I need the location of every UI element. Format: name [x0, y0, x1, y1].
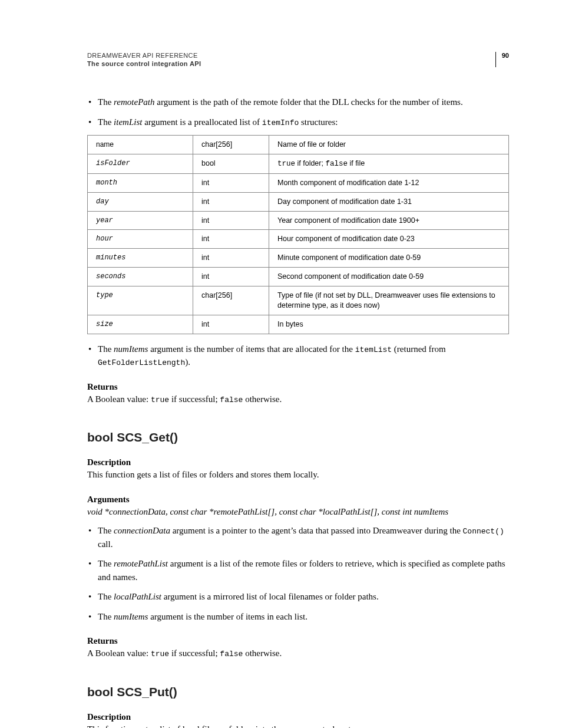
- text: if successful;: [169, 394, 220, 404]
- arg-name: connectionData: [114, 526, 170, 535]
- text: argument is the number of items that are…: [148, 344, 355, 354]
- arguments-signature: void *connectionData, const char *remote…: [87, 506, 509, 518]
- text: argument is a preallocated list of: [142, 117, 262, 127]
- table-row: hourintHour component of modification da…: [88, 230, 509, 249]
- description-text: This function gets a list of files or fo…: [87, 469, 509, 482]
- cell-field-type: int: [193, 315, 269, 334]
- page-header: DREAMWEAVER API REFERENCE The source con…: [87, 52, 509, 67]
- code: true: [151, 396, 169, 404]
- list-item: The remotePath argument is the path of t…: [87, 95, 509, 109]
- cell-field-name: seconds: [88, 268, 193, 286]
- text: ).: [185, 357, 190, 367]
- text: The: [98, 526, 114, 535]
- text: otherwise.: [243, 648, 282, 658]
- code: itemList: [355, 345, 392, 354]
- page-number-wrap: 90: [495, 52, 509, 67]
- description-text: This function puts a list of local files…: [87, 723, 509, 728]
- arg-name: remotePath: [114, 97, 154, 107]
- table-row: minutesintMinute component of modificati…: [88, 249, 509, 268]
- cell-field-desc: Minute component of modification date 0-…: [269, 249, 509, 268]
- cell-field-type: int: [193, 173, 269, 192]
- cell-field-type: bool: [193, 154, 269, 173]
- function-heading-scs-get: bool SCS_Get(): [87, 430, 509, 444]
- cell-field-type: int: [193, 211, 269, 230]
- scs-get-args-list: The connectionData argument is a pointer…: [87, 524, 509, 623]
- cell-field-name: month: [88, 173, 193, 192]
- cell-field-type: int: [193, 268, 269, 286]
- list-item: The numItems argument is the number of i…: [87, 342, 509, 369]
- doc-section: The source control integration API: [87, 60, 495, 67]
- code: Connect(): [463, 527, 504, 536]
- text: The: [98, 117, 114, 127]
- table-row: secondsintSecond component of modificati…: [88, 268, 509, 286]
- cell-field-type: int: [193, 230, 269, 249]
- intro-list: The remotePath argument is the path of t…: [87, 95, 509, 129]
- text: The: [98, 592, 114, 601]
- text: The: [98, 559, 114, 568]
- returns-label: Returns: [87, 382, 509, 392]
- cell-field-desc: Year component of modification date 1900…: [269, 211, 509, 230]
- cell-field-type: int: [193, 192, 269, 211]
- returns-text: A Boolean value: true if successful; fal…: [87, 647, 509, 660]
- list-item: The localPathList argument is a mirrored…: [87, 590, 509, 604]
- table-row: yearintYear component of modification da…: [88, 211, 509, 230]
- cell-field-name: day: [88, 192, 193, 211]
- cell-field-desc: Name of file or folder: [269, 136, 509, 154]
- list-item: The remotePathList argument is a list of…: [87, 557, 509, 584]
- cell-field-desc: Second component of modification date 0-…: [269, 268, 509, 286]
- text: (returned from: [392, 344, 446, 354]
- cell-field-type: char[256]: [193, 136, 269, 154]
- code: false: [220, 650, 243, 658]
- code: false: [220, 396, 243, 404]
- text: call.: [98, 539, 113, 549]
- cell-field-desc: In bytes: [269, 315, 509, 334]
- returns-label: Returns: [87, 636, 509, 646]
- text: if successful;: [169, 648, 220, 658]
- table-row: namechar[256]Name of file or folder: [88, 136, 509, 154]
- cell-field-name: isFolder: [88, 154, 193, 173]
- text: The: [98, 344, 114, 354]
- text: otherwise.: [243, 394, 282, 404]
- list-item: The itemList argument is a preallocated …: [87, 116, 509, 129]
- returns-text: A Boolean value: true if successful; fal…: [87, 393, 509, 406]
- text: argument is a mirrored list of local fil…: [161, 592, 379, 601]
- description-label: Description: [87, 457, 509, 467]
- arg-name: remotePathList: [114, 559, 168, 568]
- page: DREAMWEAVER API REFERENCE The source con…: [0, 0, 562, 728]
- list-item: The connectionData argument is a pointer…: [87, 524, 509, 551]
- cell-field-type: int: [193, 249, 269, 268]
- arguments-label: Arguments: [87, 495, 509, 505]
- list-item: The numItems argument is the number of i…: [87, 610, 509, 624]
- cell-field-desc: true if folder; false if file: [269, 154, 509, 173]
- table-row: sizeintIn bytes: [88, 315, 509, 334]
- cell-field-desc: Month component of modification date 1-1…: [269, 173, 509, 192]
- description-label: Description: [87, 712, 509, 722]
- cell-field-name: hour: [88, 230, 193, 249]
- cell-field-desc: Hour component of modification date 0-23: [269, 230, 509, 249]
- doc-title: DREAMWEAVER API REFERENCE: [87, 52, 495, 59]
- cell-field-desc: Day component of modification date 1-31: [269, 192, 509, 211]
- text: structures:: [299, 117, 338, 127]
- table-row: monthintMonth component of modification …: [88, 173, 509, 192]
- text: argument is the path of the remote folde…: [155, 97, 463, 107]
- iteminfo-table: namechar[256]Name of file or folderisFol…: [87, 135, 509, 334]
- cell-field-name: type: [88, 286, 193, 315]
- code: GetFolderListLength: [98, 358, 185, 367]
- arg-name: localPathList: [114, 592, 161, 601]
- text: A Boolean value:: [87, 394, 151, 404]
- text: argument is a pointer to the agent’s dat…: [170, 526, 463, 535]
- text: The: [98, 97, 114, 107]
- table-row: typechar[256]Type of file (if not set by…: [88, 286, 509, 315]
- cell-field-type: char[256]: [193, 286, 269, 315]
- page-number: 90: [502, 52, 509, 59]
- text: argument is the number of items in each …: [148, 612, 308, 621]
- arg-name: numItems: [114, 344, 148, 354]
- cell-field-desc: Type of file (if not set by DLL, Dreamwe…: [269, 286, 509, 315]
- text: The: [98, 612, 114, 621]
- cell-field-name: name: [88, 136, 193, 154]
- cell-field-name: size: [88, 315, 193, 334]
- code: true: [151, 650, 169, 658]
- table-row: isFolderbooltrue if folder; false if fil…: [88, 154, 509, 173]
- header-left: DREAMWEAVER API REFERENCE The source con…: [87, 52, 495, 67]
- cell-field-name: year: [88, 211, 193, 230]
